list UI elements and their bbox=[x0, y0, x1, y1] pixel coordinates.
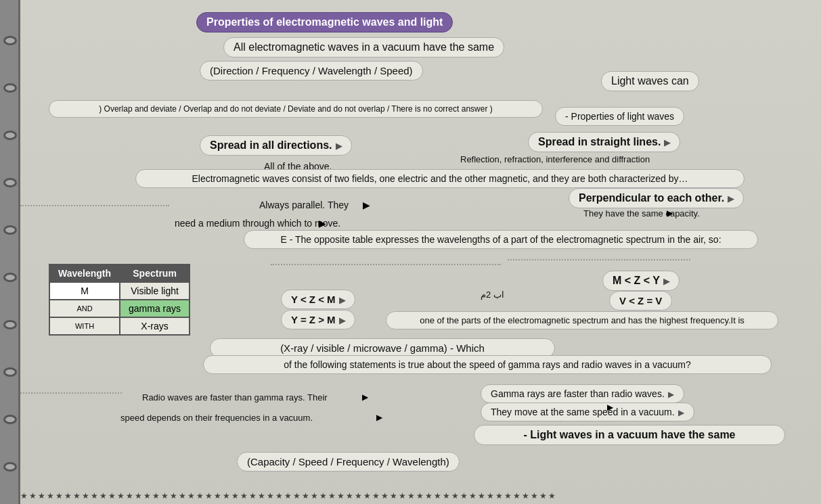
binding-ring bbox=[3, 320, 17, 329]
dotted-line-3 bbox=[20, 392, 122, 394]
wavelength-header: Wavelength bbox=[49, 265, 120, 282]
perpendicular: Perpendicular to each other. bbox=[569, 188, 744, 208]
stars-decoration: ★★★★★★★★★★★★★★★★★★★★★★★★★★★★★★★★★★★★★★★★… bbox=[20, 491, 557, 501]
vczv-box: V < Z = V bbox=[609, 291, 672, 311]
capacity-marker: ▶ bbox=[667, 208, 673, 218]
light-waves-can: Light waves can bbox=[601, 71, 699, 91]
spectrum-table: Wavelength Spectrum M Visible light AND … bbox=[49, 264, 190, 336]
binding-ring bbox=[3, 462, 17, 472]
dotted-line-2 bbox=[271, 264, 501, 265]
binding-ring bbox=[3, 367, 17, 377]
direction-options[interactable]: (Direction / Frequency / Wavelength / Sp… bbox=[200, 61, 423, 81]
title-box: Properties of electromagnetic waves and … bbox=[196, 12, 453, 32]
m-cell: M bbox=[49, 282, 120, 300]
same-capacity: They have the same capacity. bbox=[583, 208, 700, 219]
em-waves-question: All electromagnetic waves in a vacuum ha… bbox=[223, 37, 504, 58]
binding-ring bbox=[3, 273, 17, 282]
arabic-text: اب 2م bbox=[481, 290, 504, 300]
xrays-cell: X-rays bbox=[120, 317, 190, 335]
yczm-box: Y < Z < M bbox=[281, 290, 355, 309]
dotted-line-1 bbox=[20, 205, 169, 206]
same-speed: They move at the same speed in a vacuum. bbox=[481, 403, 694, 421]
gamma-cell: gamma rays bbox=[120, 300, 190, 317]
spectrum-header: Spectrum bbox=[120, 265, 190, 282]
binding-ring bbox=[3, 83, 17, 93]
binding-ring bbox=[3, 225, 17, 235]
always-parallel: Always parallel. They bbox=[259, 200, 349, 210]
binding-ring bbox=[3, 178, 17, 187]
speed-depends-marker: ▶ bbox=[376, 413, 382, 422]
overlap-options[interactable]: ) Overlap and deviate / Overlap and do n… bbox=[49, 100, 543, 118]
binding-ring bbox=[3, 36, 17, 45]
visible-cell: Visible light bbox=[120, 282, 190, 300]
radio-marker: ▶ bbox=[362, 392, 368, 402]
parallel-marker: ▶ bbox=[363, 200, 370, 210]
dotted-line-4 bbox=[508, 259, 690, 260]
binding-ring bbox=[3, 415, 17, 424]
binding-ring bbox=[3, 131, 17, 140]
yzm-box: Y = Z > M bbox=[281, 310, 355, 329]
speed-depends: speed depends on their frequencies in a … bbox=[120, 413, 313, 423]
mczly-box: M < Z < Y bbox=[602, 271, 680, 291]
spread-straight: Spread in straight lines. bbox=[528, 132, 680, 152]
gamma-faster: Gamma rays are faster than radio waves. bbox=[481, 384, 684, 403]
table-intro: E - The opposite table expresses the wav… bbox=[244, 230, 758, 249]
reflection-text: Reflection, refraction, interference and… bbox=[460, 154, 650, 164]
medium-marker: ▶ bbox=[319, 218, 326, 229]
with-cell: WITH bbox=[49, 317, 120, 335]
need-medium: need a medium through which to move. bbox=[175, 218, 340, 229]
radio-faster: Radio waves are faster than gamma rays. … bbox=[142, 392, 328, 403]
light-vacuum: - Light waves in a vacuum have the same bbox=[474, 425, 785, 445]
em-consist: Electromagnetic waves consist of two fie… bbox=[135, 169, 745, 188]
notebook-binding bbox=[0, 0, 20, 504]
highest-freq: one of the parts of the electromagnetic … bbox=[386, 311, 778, 329]
following-stmt: of the following statements is true abou… bbox=[203, 355, 772, 374]
speed-marker: ▶ bbox=[607, 403, 613, 412]
spread-all-directions: Spread in all directions. bbox=[200, 135, 352, 156]
properties-light: - Properties of light waves bbox=[555, 107, 684, 126]
capacity-options[interactable]: (Capacity / Speed / Frequency / Waveleng… bbox=[237, 452, 460, 472]
and-cell: AND bbox=[49, 300, 120, 317]
